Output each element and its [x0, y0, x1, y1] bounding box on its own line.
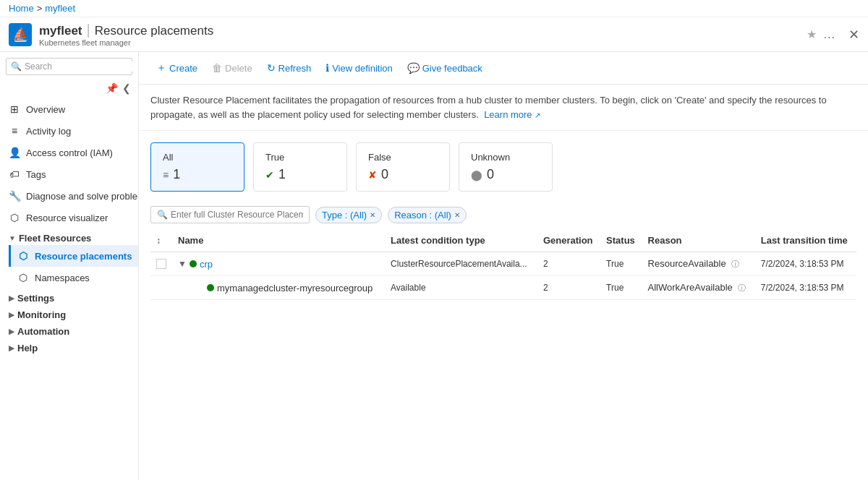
section-monitoring-chevron: ▶ [9, 311, 14, 319]
table-wrap: ↕ Name Latest condition type Generation [139, 229, 868, 300]
sort-all-btn[interactable]: ↕ [156, 236, 161, 246]
col-condition-header[interactable]: Latest condition type [385, 229, 537, 252]
row-crp-condition: ClusterResourcePlacementAvaila... [385, 252, 537, 276]
row-crp-reason-info-icon[interactable]: ⓘ [731, 260, 739, 268]
col-status-label: Status [606, 235, 635, 246]
section-help-label: Help [17, 343, 38, 353]
col-status-header[interactable]: Status [600, 229, 642, 252]
card-all-icon: ≡ [163, 169, 169, 181]
delete-label: Delete [225, 63, 252, 74]
filter-tag-type-label: Type : (All) [322, 210, 367, 220]
row-crp-checkbox[interactable] [156, 259, 166, 269]
delete-button[interactable]: 🗑 Delete [206, 59, 258, 77]
row-sub-reason-info-icon[interactable]: ⓘ [738, 283, 746, 292]
sidebar-pin-btn[interactable]: 📌 [104, 81, 119, 95]
card-true[interactable]: True ✔ 1 [253, 142, 347, 192]
breadcrumb-home[interactable]: Home [9, 3, 34, 14]
sidebar-item-activity-log[interactable]: ≡ Activity log [0, 120, 138, 142]
section-fleet-resources[interactable]: ▼ Fleet Resources [0, 228, 138, 245]
sidebar-item-resource-visualizer[interactable]: ⬡ Resource visualizer [0, 207, 138, 228]
col-name-label: Name [178, 235, 203, 246]
tags-icon: 🏷 [9, 168, 20, 180]
give-feedback-button[interactable]: 💬 Give feedback [401, 59, 488, 77]
section-settings[interactable]: ▶ Settings [0, 288, 138, 305]
row-sub-reason: AllWorkAreAvailable ⓘ [642, 276, 755, 300]
card-all[interactable]: All ≡ 1 [150, 142, 244, 192]
fleet-resources-subnav: ⬡ Resource placements ⬡ Namespaces [0, 245, 138, 288]
row-sub-name-text: mymanagedcluster-myresourcegroup [217, 283, 373, 293]
col-generation-label: Generation [543, 235, 593, 246]
sidebar-item-diagnose[interactable]: 🔧 Diagnose and solve problems [0, 185, 138, 207]
section-settings-chevron: ▶ [9, 294, 14, 302]
card-false[interactable]: False ✘ 0 [356, 142, 450, 192]
col-name-header[interactable]: Name [172, 229, 385, 252]
star-button[interactable]: ★ [807, 27, 817, 41]
filter-search-input[interactable] [171, 210, 303, 220]
sidebar-item-access-control[interactable]: 👤 Access control (IAM) [0, 142, 138, 163]
refresh-label: Refresh [278, 63, 312, 74]
resource-placements-icon: ⬡ [17, 250, 29, 262]
filter-tag-reason-clear[interactable]: ✕ [454, 211, 460, 219]
info-bar: Cluster Resource Placement facilitates t… [139, 85, 868, 131]
view-definition-button[interactable]: ℹ View definition [320, 59, 399, 77]
row-crp-expand-btn[interactable]: ▼ [178, 259, 187, 269]
col-condition-label: Latest condition type [391, 235, 485, 246]
section-automation-label: Automation [17, 326, 69, 337]
main-content: ＋ Create 🗑 Delete ↻ Refresh ℹ View defin… [139, 52, 868, 480]
filter-tag-type-clear[interactable]: ✕ [370, 211, 375, 219]
close-button[interactable]: ✕ [848, 27, 859, 43]
row-crp-check[interactable] [150, 252, 172, 276]
card-all-count: 1 [173, 167, 180, 182]
search-input[interactable] [25, 61, 133, 72]
row-sub-check [150, 276, 172, 300]
breadcrumb-resource[interactable]: myfleet [45, 3, 75, 14]
col-generation-header[interactable]: Generation [537, 229, 600, 252]
filter-tag-type[interactable]: Type : (All) ✕ [315, 207, 382, 223]
row-sub-status-icon [207, 284, 214, 291]
col-check-header: ↕ [150, 229, 172, 252]
create-label: Create [169, 63, 197, 74]
row-sub-time: 7/2/2024, 3:18:53 PM [755, 276, 856, 300]
sidebar-item-resource-placements[interactable]: ⬡ Resource placements [9, 245, 138, 267]
brand-pipe: | [87, 22, 90, 38]
card-all-label: All [163, 152, 232, 163]
section-settings-label: Settings [17, 293, 54, 304]
section-automation[interactable]: ▶ Automation [0, 322, 138, 338]
sidebar-item-namespaces[interactable]: ⬡ Namespaces [9, 267, 138, 288]
card-false-icon: ✘ [368, 169, 377, 181]
col-reason-header[interactable]: Reason [642, 229, 755, 252]
refresh-icon: ↻ [267, 62, 276, 74]
sidebar-item-tags-label: Tags [26, 169, 46, 180]
create-button[interactable]: ＋ Create [150, 58, 203, 78]
section-fleet-resources-label: Fleet Resources [19, 233, 91, 244]
col-time-header[interactable]: Last transition time [755, 229, 856, 252]
section-help[interactable]: ▶ Help [0, 338, 138, 355]
cards-row: All ≡ 1 True ✔ 1 False ✘ 0 [139, 131, 868, 200]
header: ⛵ myfleet | Resource placements Kubernet… [0, 17, 868, 52]
learn-more-link[interactable]: Learn more [484, 109, 532, 120]
card-unknown[interactable]: Unknown ⬤ 0 [459, 142, 553, 192]
sidebar: 🔍 📌 ❮ ⊞ Overview ≡ Activity log 👤 Access… [0, 52, 139, 480]
view-definition-label: View definition [332, 63, 393, 74]
table-row: mymanagedcluster-myresourcegroup Availab… [150, 276, 856, 300]
activity-log-icon: ≡ [9, 125, 20, 137]
col-time-label: Last transition time [761, 235, 848, 246]
sidebar-item-overview[interactable]: ⊞ Overview [0, 98, 138, 120]
section-monitoring[interactable]: ▶ Monitoring [0, 305, 138, 322]
card-unknown-count: 0 [487, 167, 494, 182]
more-button[interactable]: ... [824, 28, 835, 41]
card-unknown-icon: ⬤ [471, 169, 482, 181]
access-control-icon: 👤 [9, 147, 20, 158]
filter-search-wrap[interactable]: 🔍 [150, 206, 310, 223]
search-wrap[interactable]: 🔍 [6, 58, 132, 75]
search-icon: 🔍 [11, 61, 22, 72]
sidebar-collapse-btn[interactable]: ❮ [121, 81, 132, 95]
row-sub-name-cell: mymanagedcluster-myresourcegroup [172, 276, 385, 300]
sidebar-item-tags[interactable]: 🏷 Tags [0, 163, 138, 185]
table-row: ▼ crp ClusterResourcePlacementAvaila... … [150, 252, 856, 276]
row-crp-reason-text: ResourceAvailable [648, 258, 726, 269]
filter-tag-reason[interactable]: Reason : (All) ✕ [388, 207, 467, 223]
row-crp-name-link[interactable]: crp [200, 259, 213, 270]
sidebar-item-overview-label: Overview [26, 104, 65, 115]
refresh-button[interactable]: ↻ Refresh [261, 59, 318, 77]
